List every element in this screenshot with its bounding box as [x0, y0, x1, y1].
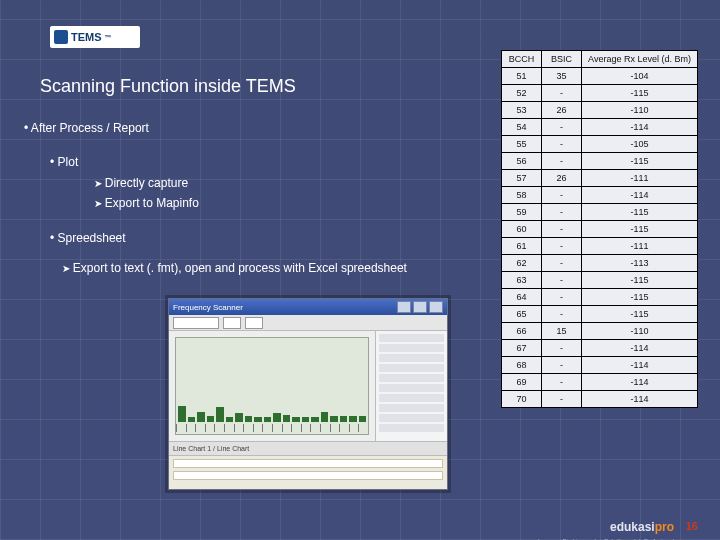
table-cell: -115 [582, 272, 698, 289]
bar [321, 412, 329, 422]
table-cell: - [542, 187, 582, 204]
table-cell: - [542, 85, 582, 102]
list-item [379, 414, 444, 422]
table-cell: - [542, 204, 582, 221]
table-cell: 51 [502, 68, 542, 85]
scan-result-table: BCCH BSIC Average Rx Level (d. Bm) 5135-… [501, 50, 698, 408]
table-cell: - [542, 289, 582, 306]
list-item [379, 374, 444, 382]
bar [216, 407, 224, 422]
table-cell: - [542, 119, 582, 136]
chart-tabs[interactable]: Line Chart 1 / Line Chart [169, 441, 447, 455]
table-cell: 67 [502, 340, 542, 357]
table-row: 69--114 [502, 374, 698, 391]
bar [235, 413, 243, 422]
bar [188, 417, 196, 422]
list-item [379, 424, 444, 432]
bar [311, 417, 319, 422]
table-row: 67--114 [502, 340, 698, 357]
tick [224, 424, 234, 432]
table-row: 6615-110 [502, 323, 698, 340]
footer-brand: edukasipro [610, 520, 674, 534]
window-titlebar: Frequency Scanner [169, 299, 447, 315]
table-row: 54--114 [502, 119, 698, 136]
list-item [379, 344, 444, 352]
table-cell: 57 [502, 170, 542, 187]
table-cell: 53 [502, 102, 542, 119]
tick [330, 424, 340, 432]
bar [302, 417, 310, 422]
table-cell: -115 [582, 306, 698, 323]
table-cell: - [542, 391, 582, 408]
tick [176, 424, 186, 432]
tick [349, 424, 359, 432]
table-cell: -114 [582, 340, 698, 357]
tick [186, 424, 196, 432]
table-cell: -115 [582, 221, 698, 238]
table-row: 58--114 [502, 187, 698, 204]
tick [320, 424, 330, 432]
bar [349, 416, 357, 422]
close-icon[interactable] [429, 301, 443, 313]
table-cell: -105 [582, 136, 698, 153]
bar [207, 416, 215, 422]
tool-button[interactable] [223, 317, 241, 329]
bar [264, 417, 272, 422]
brand-part-b: pro [655, 520, 674, 534]
table-cell: -115 [582, 85, 698, 102]
logo-mark-icon [54, 30, 68, 44]
tems-logo: TEMS ™ [50, 26, 140, 48]
bullet-spreadsheet: • Spreedsheet [50, 228, 407, 248]
tick [282, 424, 292, 432]
table-cell: - [542, 357, 582, 374]
list-item [379, 404, 444, 412]
bar [197, 412, 205, 422]
table-row: 64--115 [502, 289, 698, 306]
table-cell: 70 [502, 391, 542, 408]
table-cell: - [542, 255, 582, 272]
tick [234, 424, 244, 432]
col-rxlev: Average Rx Level (d. Bm) [582, 51, 698, 68]
tick [243, 424, 253, 432]
table-cell: 55 [502, 136, 542, 153]
legend-panel [375, 331, 447, 441]
table-row: 70--114 [502, 391, 698, 408]
table-cell: - [542, 272, 582, 289]
tick [301, 424, 311, 432]
col-bcch: BCCH [502, 51, 542, 68]
table-cell: -115 [582, 289, 698, 306]
table-cell: 61 [502, 238, 542, 255]
bullet-export-text: Export to text (. fmt), open and process… [62, 258, 407, 278]
toolbar [169, 315, 447, 331]
bullet-capture: Directly capture [94, 173, 407, 193]
table-cell: -115 [582, 153, 698, 170]
bar [292, 417, 300, 422]
table-cell: -115 [582, 204, 698, 221]
bar [273, 413, 281, 422]
setting-row [173, 459, 443, 468]
table-cell: -114 [582, 391, 698, 408]
table-cell: - [542, 153, 582, 170]
table-row: 60--115 [502, 221, 698, 238]
bullet-after-process: • After Process / Report [24, 118, 407, 138]
mode-select[interactable] [173, 317, 219, 329]
table-cell: 59 [502, 204, 542, 221]
tick [205, 424, 215, 432]
minimize-icon[interactable] [397, 301, 411, 313]
table-cell: 60 [502, 221, 542, 238]
table-row: 62--113 [502, 255, 698, 272]
table-cell: -114 [582, 187, 698, 204]
table-cell: 66 [502, 323, 542, 340]
bar [178, 406, 186, 422]
tick [214, 424, 224, 432]
maximize-icon[interactable] [413, 301, 427, 313]
tick [195, 424, 205, 432]
table-cell: -114 [582, 374, 698, 391]
table-cell: -110 [582, 323, 698, 340]
x-axis [176, 424, 368, 432]
tool-button[interactable] [245, 317, 263, 329]
table-row: 5326-110 [502, 102, 698, 119]
table-cell: - [542, 238, 582, 255]
table-cell: 26 [542, 102, 582, 119]
table-cell: 54 [502, 119, 542, 136]
